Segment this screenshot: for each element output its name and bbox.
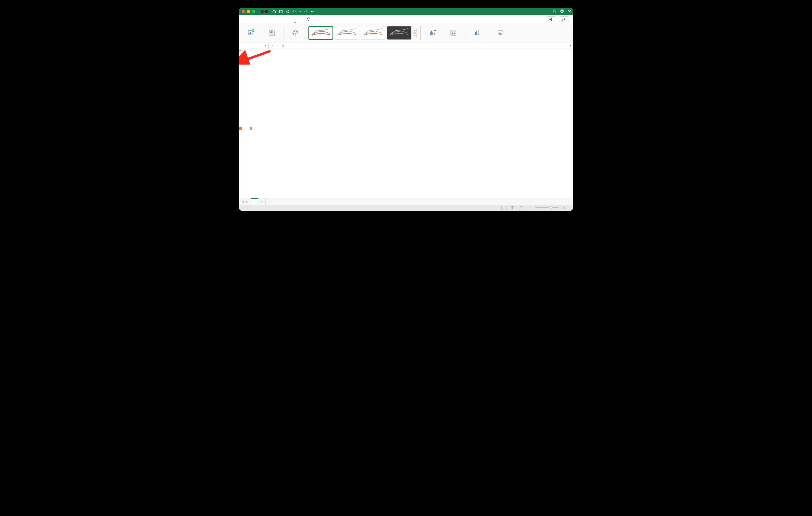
svg-line-48: [244, 51, 270, 60]
svg-rect-41: [478, 30, 478, 35]
ribbon: ▲ ▼: [239, 23, 573, 43]
formula-input[interactable]: [287, 43, 568, 49]
autosave-toggle[interactable]: [260, 10, 268, 13]
zoom-out-button[interactable]: −: [528, 206, 531, 209]
view-page-layout-icon[interactable]: [510, 206, 515, 210]
svg-rect-21: [273, 32, 274, 32]
zoom-slider[interactable]: [535, 207, 559, 208]
tab-format[interactable]: [298, 15, 304, 23]
svg-point-6: [314, 11, 314, 12]
home-icon[interactable]: [272, 9, 276, 13]
chart-style-2[interactable]: [335, 26, 359, 40]
view-page-break-icon[interactable]: [519, 206, 524, 210]
palette-icon: [292, 29, 299, 37]
account-dropdown-icon[interactable]: [568, 9, 570, 14]
quick-layout-button[interactable]: [262, 24, 282, 41]
zoom-in-button[interactable]: +: [562, 206, 566, 209]
minimize-window-icon[interactable]: [247, 10, 250, 13]
titlebar: [239, 8, 573, 15]
svg-point-7: [553, 10, 555, 12]
redo-icon[interactable]: [304, 9, 308, 13]
svg-point-26: [293, 33, 294, 34]
tab-layout[interactable]: [261, 15, 267, 23]
add-chart-element-button[interactable]: [241, 24, 261, 41]
account-icon[interactable]: [560, 9, 564, 14]
sheet-nav-next-icon[interactable]: ▶: [245, 200, 248, 203]
confirm-icon[interactable]: ✓: [277, 44, 279, 48]
chart-style-1[interactable]: [309, 26, 333, 40]
cancel-icon[interactable]: ✕: [271, 44, 274, 48]
gallery-scroll-down-icon[interactable]: ▼: [413, 33, 417, 38]
ribbon-tabs: [239, 15, 573, 23]
fullscreen-window-icon[interactable]: [252, 10, 255, 13]
swap-icon: [429, 29, 436, 37]
share-button[interactable]: [546, 17, 556, 22]
svg-point-5: [313, 11, 313, 12]
tab-chart-design[interactable]: [292, 15, 298, 23]
undo-dropdown-icon[interactable]: [299, 9, 301, 13]
svg-rect-20: [273, 31, 274, 31]
formula-bar-expand-icon[interactable]: ▼: [568, 43, 573, 49]
svg-rect-17: [270, 32, 270, 33]
sheet-nav-prev-icon[interactable]: ◀: [242, 200, 244, 203]
tell-me-search[interactable]: [307, 15, 312, 23]
svg-rect-45: [501, 33, 501, 35]
close-window-icon[interactable]: [242, 10, 245, 13]
comment-icon: [562, 18, 565, 21]
tab-formulas[interactable]: [267, 15, 273, 23]
svg-rect-11: [249, 33, 250, 34]
more-icon[interactable]: [311, 9, 315, 13]
svg-rect-32: [432, 32, 433, 35]
undo-icon[interactable]: [292, 9, 297, 13]
add-sheet-button[interactable]: ＋: [258, 199, 265, 205]
name-box[interactable]: ▼: [239, 43, 269, 49]
tab-draw[interactable]: [254, 15, 261, 23]
select-data-button[interactable]: [444, 24, 463, 41]
svg-rect-38: [451, 30, 456, 32]
move-chart-icon: [497, 29, 504, 37]
save-icon[interactable]: [279, 9, 283, 13]
comments-button[interactable]: [559, 17, 569, 22]
view-normal-icon[interactable]: [501, 206, 506, 210]
chart-style-3[interactable]: [361, 26, 385, 40]
search-icon[interactable]: [552, 9, 556, 14]
svg-rect-19: [271, 31, 272, 33]
svg-rect-40: [476, 31, 477, 35]
chart-style-4[interactable]: [387, 26, 411, 40]
svg-rect-13: [252, 31, 253, 34]
quick-layout-icon: [268, 29, 276, 37]
svg-rect-2: [287, 10, 288, 11]
change-colors-button[interactable]: [286, 24, 305, 41]
svg-point-24: [295, 30, 296, 31]
name-box-dropdown-icon: ▼: [264, 44, 267, 47]
app-window: ▲ ▼ ▼ ✕ ✓ fx: [239, 8, 573, 211]
change-chart-type-button[interactable]: [467, 24, 487, 41]
tab-view[interactable]: [286, 15, 292, 23]
svg-rect-12: [250, 32, 251, 34]
lightbulb-icon: [307, 17, 310, 21]
svg-rect-30: [430, 32, 431, 35]
tab-data[interactable]: [273, 15, 280, 23]
tab-review[interactable]: [280, 15, 286, 23]
sheet-tab-active[interactable]: [251, 198, 258, 205]
svg-rect-18: [270, 32, 271, 33]
worksheet-grid[interactable]: [239, 49, 573, 198]
svg-point-4: [312, 11, 312, 12]
move-chart-button[interactable]: [491, 24, 511, 41]
swap-row-column-button[interactable]: [423, 24, 442, 41]
svg-rect-31: [431, 31, 432, 35]
tab-home[interactable]: [242, 15, 248, 23]
add-chart-element-icon: [247, 29, 255, 37]
legend-swatch-2: [239, 127, 242, 130]
svg-rect-39: [475, 32, 476, 35]
fx-icon[interactable]: fx: [282, 44, 284, 48]
gallery-scroll-up-icon[interactable]: ▲: [413, 28, 417, 33]
formula-bar: ▼ ✕ ✓ fx ▼: [239, 43, 573, 49]
share-icon: [549, 18, 552, 21]
tab-insert[interactable]: [248, 15, 254, 23]
svg-rect-44: [500, 33, 501, 35]
print-icon[interactable]: [286, 9, 290, 13]
change-chart-type-icon: [473, 29, 481, 37]
svg-rect-22: [269, 34, 274, 34]
svg-point-23: [293, 31, 295, 32]
